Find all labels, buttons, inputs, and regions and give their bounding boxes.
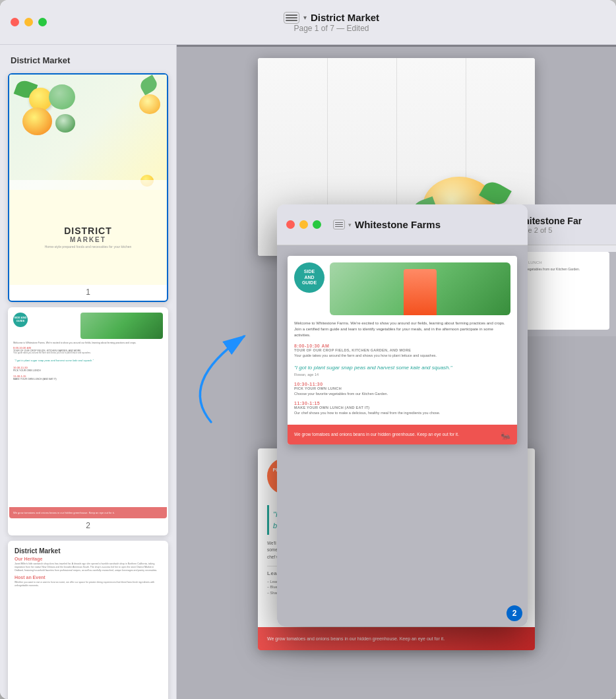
wf-intro: Welcome to Whitestone Farms. We're excit… [294, 320, 510, 338]
sec-chevron-icon: ▾ [348, 222, 352, 228]
page-num-2: 2 [9, 518, 167, 534]
thumb-2-content: SIDE ANDGUIDE Welcome to Whitestone Farm… [9, 309, 167, 519]
wf-quote: "I got to plant sugar snap peas and harv… [294, 364, 510, 377]
sec-maximize-button[interactable] [313, 220, 321, 229]
schedule-item-1: 8:00-10:30 AM TOUR OF OUR CROP FIELDS, K… [13, 346, 163, 355]
thumb-3-text: District Market Our Heritage Janet Mille… [9, 542, 167, 699]
page-badge: 2 [507, 605, 522, 621]
thumb2-photo [80, 313, 163, 339]
minimize-button[interactable] [24, 18, 33, 26]
main-window: ▾ District Market Page 1 of 7 — Edited D… [0, 0, 616, 699]
thumb-1-content: DISTRICT MARKET Home-style prepared food… [9, 75, 167, 285]
wf-desc-1: Your guide takes you around the farm and… [294, 353, 510, 359]
sidebar: District Market [0, 45, 177, 699]
secondary-window: ▾ Whitestone Farms SIDEANDGUIDE [277, 204, 528, 626]
cover-tagline: Home-style prepared foods and necessitie… [45, 245, 132, 249]
thumb3-title: District Market [15, 547, 162, 555]
thumb2-quote: "I got to plant sugar snap peas and harv… [13, 357, 163, 363]
close-button[interactable] [11, 18, 19, 26]
title-center: ▾ District Market Page 1 of 7 — Edited [47, 12, 616, 33]
schedule-item-2: 10:30-11:30 PICK YOUR OWN LUNCH [13, 366, 163, 372]
sec-sidebar-toggle[interactable] [333, 220, 345, 229]
sec-content: SIDEANDGUIDE Welcome to Whitestone Farms… [277, 245, 528, 626]
wf-time-2: 10:30-11:30 [294, 382, 510, 386]
maximize-button[interactable] [38, 18, 47, 26]
wf-desc-3: Our chef shows you how to make a delicio… [294, 411, 510, 416]
thumb2-circle-text: SIDE ANDGUIDE [15, 317, 27, 322]
chevron-down-icon: ▾ [303, 14, 307, 21]
sec-minimize-button[interactable] [299, 220, 308, 229]
wf-desc-2: Choose your favorite vegetables from our… [294, 392, 510, 397]
wf-quote-attr: Rowan, age 14 [294, 373, 510, 377]
sec-window-controls [286, 220, 321, 229]
wf-schedule-1: 8:00-10:30 AM TOUR OF OUR CROP FIELDS, K… [294, 344, 510, 359]
schedule-label-3: MAKE YOUR OWN LUNCH (AND EAT IT) [13, 378, 163, 380]
sec-window-title: Whitestone Farms [355, 219, 441, 230]
thumb-2-header: SIDE ANDGUIDE [9, 309, 167, 339]
thumb2-quote-text: "I got to plant sugar snap peas and harv… [15, 359, 162, 362]
wf-teal-circle: SIDEANDGUIDE [294, 262, 324, 293]
page-thumbnail-3[interactable]: District Market Our Heritage Janet Mille… [8, 541, 168, 699]
thumb-1-cover: DISTRICT MARKET Home-style prepared food… [9, 75, 167, 285]
thumb3-body: Janet Miller's little sandwich shop does… [15, 562, 162, 572]
wf-footer: We grow tomatoes and onions beans in our… [288, 425, 517, 444]
thumb2-footer: We grow tomatoes and onions beans in our… [9, 507, 167, 519]
thumb3-subtitle: Our Heritage [15, 557, 162, 561]
wf-page: SIDEANDGUIDE Welcome to Whitestone Farms… [288, 256, 517, 444]
page-thumbnail-1[interactable]: DISTRICT MARKET Home-style prepared food… [8, 73, 168, 302]
thumb2-body: Welcome to Whitestone Farms. We're excit… [9, 339, 167, 507]
wf-time-1: 8:00-10:30 AM [294, 344, 510, 348]
wf-body: Welcome to Whitestone Farms. We're excit… [288, 315, 517, 425]
wf-quote-text: "I got to plant sugar snap peas and harv… [294, 364, 510, 371]
cover-subtitle: MARKET [70, 236, 106, 243]
thumb3-event-title: Host an Event [15, 575, 162, 580]
page2-footer: We grow tomatoes and onions beans in our… [258, 627, 535, 650]
thumb2-footer-text: We grow tomatoes and onions beans in our… [13, 511, 163, 515]
wf-label-2: PICK YOUR OWN LUNCH [294, 386, 510, 390]
page-num-1: 1 [9, 285, 167, 301]
main-separator [177, 45, 616, 47]
thumb-3-content: District Market Our Heritage Janet Mille… [9, 542, 167, 699]
sec-title-bar: ▾ Whitestone Farms [277, 204, 528, 245]
title-top-row: ▾ District Market [284, 12, 379, 24]
sec-title-row: ▾ Whitestone Farms [333, 219, 441, 230]
cover-title: DISTRICT [64, 226, 112, 236]
wf-label-3: MAKE YOUR OWN LUNCH (AND EAT IT) [294, 406, 510, 410]
schedule-item-3: 11:30-1:15 MAKE YOUR OWN LUNCH (AND EAT … [13, 375, 163, 380]
thumb2-teal-circle: SIDE ANDGUIDE [13, 313, 28, 327]
sec-close-button[interactable] [286, 220, 295, 229]
wf-person-silhouette [404, 269, 437, 315]
wf-label-1: TOUR OF OUR CROP FIELDS, KITCHEN GARDEN,… [294, 348, 510, 352]
wf-time-3: 11:30-1:15 [294, 401, 510, 406]
window-controls [0, 18, 47, 26]
title-bar: ▾ District Market Page 1 of 7 — Edited [0, 0, 616, 45]
schedule-label-2: PICK YOUR OWN LUNCH [13, 369, 163, 372]
thumb-1-text: DISTRICT MARKET Home-style prepared food… [9, 190, 167, 284]
wf-schedule-2: 10:30-11:30 PICK YOUR OWN LUNCH Choose y… [294, 382, 510, 397]
schedule-desc-1: Your guide takes you around the farm and… [13, 352, 163, 355]
sidebar-title: District Market [8, 55, 168, 65]
wf-footer-text: We grow tomatoes and onions beans in our… [294, 431, 510, 438]
page-thumbnail-2[interactable]: SIDE ANDGUIDE Welcome to Whitestone Farm… [8, 307, 168, 536]
page2-footer-text: We grow tomatoes and onions beans in our… [267, 635, 526, 642]
wf-page-header: SIDEANDGUIDE [288, 256, 517, 315]
thumb3-event-body: Whether you want to eat or want to host … [15, 581, 162, 588]
sec-title-center: ▾ Whitestone Farms [328, 219, 518, 230]
main-window-subtitle: Page 1 of 7 — Edited [293, 24, 369, 33]
thumb2-intro: Welcome to Whitestone Farms. We're excit… [13, 342, 163, 345]
wf-header-photo [330, 262, 510, 315]
thumb-2-schedule: SIDE ANDGUIDE Welcome to Whitestone Farm… [9, 309, 167, 519]
wf-circle-text: SIDEANDGUIDE [302, 269, 317, 286]
wf-ant-icon: 🐜 [501, 431, 510, 441]
wf-schedule-3: 11:30-1:15 MAKE YOUR OWN LUNCH (AND EAT … [294, 401, 510, 416]
thumb-1-image [9, 75, 167, 190]
sidebar-toggle-icon[interactable] [284, 12, 299, 24]
main-window-title: District Market [311, 12, 379, 23]
